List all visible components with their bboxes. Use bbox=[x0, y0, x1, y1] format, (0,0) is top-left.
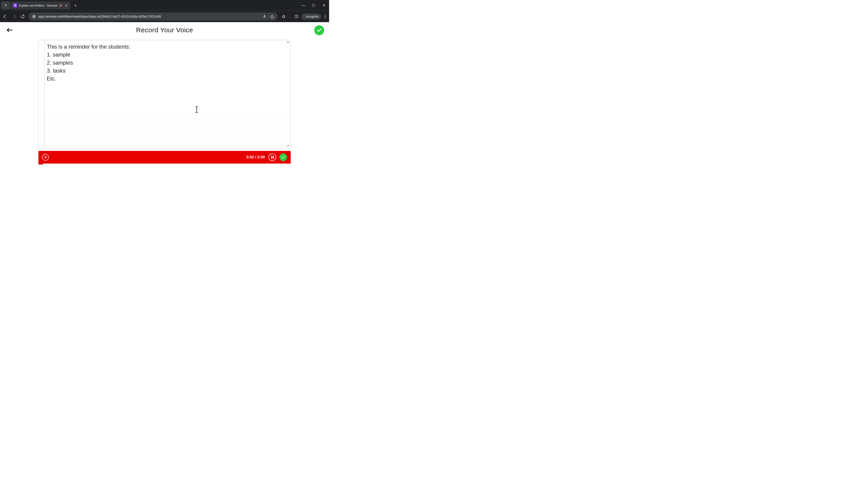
window-close-button[interactable]: ✕ bbox=[319, 0, 329, 10]
nav-back-button[interactable] bbox=[1, 12, 9, 21]
incognito-label: Incognito bbox=[306, 15, 319, 18]
check-icon bbox=[281, 155, 285, 159]
tab-close-button[interactable]: ✕ bbox=[64, 3, 68, 8]
url-text: app.seesaw.me/#/item/new/class/class.e01… bbox=[38, 14, 259, 18]
recorder-pause-button[interactable] bbox=[269, 153, 276, 161]
chevron-down-icon bbox=[4, 5, 7, 6]
voice-search-button[interactable] bbox=[262, 14, 267, 19]
sidepanel-icon bbox=[294, 14, 298, 19]
tab-title: Explain and Reflect - Seesaw bbox=[19, 4, 57, 7]
browser-titlebar: S Explain and Reflect - Seesaw ✕ + — ✕ bbox=[0, 0, 329, 10]
side-panel-button[interactable] bbox=[292, 12, 301, 21]
site-info-button[interactable] bbox=[31, 14, 36, 19]
browser-toolbar: app.seesaw.me/#/item/new/class/class.e01… bbox=[0, 10, 329, 22]
svg-point-2 bbox=[34, 17, 35, 18]
scroll-up-icon[interactable] bbox=[287, 41, 289, 43]
app-content: Record Your Voice This is a reminder for… bbox=[0, 22, 329, 184]
tab-search-button[interactable] bbox=[1, 1, 10, 9]
svg-point-0 bbox=[34, 15, 35, 16]
recorder-time: 0:02 / 2:00 bbox=[246, 155, 265, 160]
address-bar[interactable]: app.seesaw.me/#/item/new/class/class.e01… bbox=[29, 12, 278, 21]
microphone-icon bbox=[262, 14, 267, 19]
star-icon bbox=[270, 14, 274, 19]
pause-icon bbox=[271, 156, 272, 159]
nav-reload-button[interactable] bbox=[19, 12, 27, 21]
note-canvas[interactable]: This is a reminder for the students: 1. … bbox=[38, 40, 291, 148]
reload-icon bbox=[21, 15, 24, 18]
window-maximize-button[interactable] bbox=[308, 0, 319, 10]
back-button[interactable] bbox=[6, 27, 13, 33]
nav-forward-button[interactable] bbox=[10, 12, 18, 21]
toolbar-separator bbox=[290, 14, 290, 19]
app-header: Record Your Voice bbox=[0, 22, 329, 38]
window-controls: — ✕ bbox=[298, 0, 329, 10]
svg-rect-3 bbox=[295, 15, 298, 18]
page-title: Record Your Voice bbox=[136, 26, 193, 34]
incognito-indicator[interactable]: Incognito bbox=[301, 13, 321, 20]
check-icon bbox=[316, 28, 322, 33]
recorder-cancel-button[interactable]: ✕ bbox=[42, 154, 49, 161]
text-cursor-icon bbox=[196, 107, 197, 112]
window-minimize-button[interactable]: — bbox=[298, 0, 308, 10]
note-text: This is a reminder for the students: 1. … bbox=[39, 40, 290, 85]
arrow-right-icon bbox=[12, 14, 16, 18]
extensions-button[interactable] bbox=[279, 12, 287, 21]
bookmark-button[interactable] bbox=[270, 14, 275, 19]
arrow-left-icon bbox=[4, 14, 7, 18]
confirm-button[interactable] bbox=[314, 25, 324, 35]
recorder-bar: ✕ 0:02 / 2:00 bbox=[38, 151, 291, 164]
tab-favicon: S bbox=[13, 3, 17, 7]
tune-icon bbox=[31, 14, 36, 19]
scroll-down-icon[interactable] bbox=[287, 145, 289, 147]
recording-indicator-icon bbox=[59, 4, 62, 7]
recorder-progress bbox=[38, 164, 43, 164]
arrow-left-icon bbox=[6, 27, 13, 33]
new-tab-button[interactable]: + bbox=[72, 2, 79, 9]
recorder-done-button[interactable] bbox=[279, 153, 287, 161]
svg-point-1 bbox=[33, 16, 34, 17]
browser-tab[interactable]: S Explain and Reflect - Seesaw ✕ bbox=[11, 1, 70, 9]
chrome-menu-button[interactable] bbox=[322, 14, 328, 19]
puzzle-icon bbox=[281, 14, 285, 19]
